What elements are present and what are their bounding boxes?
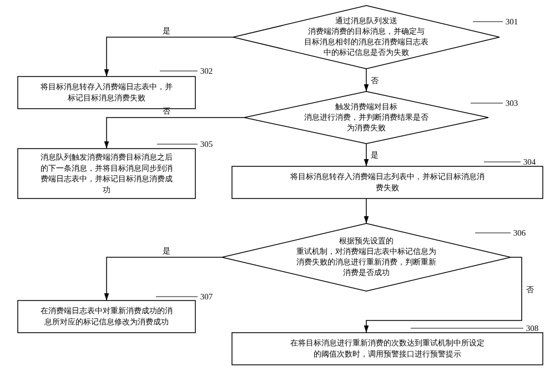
process-308-text: 在将目标消息进行重新消费的次数达到重试机制中所设定的阈值次数时，调用预警接口进行… bbox=[235, 335, 539, 362]
ref-306: 306 bbox=[513, 228, 526, 238]
decision-301-text: 通过消息队列发送消费端消费的目标消息，并确定与目标消息相邻的消息在消费端日志表中… bbox=[283, 16, 450, 58]
ref-307: 307 bbox=[200, 292, 213, 302]
ref-308: 308 bbox=[526, 324, 539, 333]
process-302-text: 将目标消息转存入消费端日志表中，并标记目标消息消费失败 bbox=[21, 79, 192, 105]
label-yes-301: 是 bbox=[163, 26, 170, 36]
ref-304: 304 bbox=[523, 157, 536, 167]
label-no-303: 否 bbox=[163, 106, 170, 116]
process-304-text: 将目标消息转存入消费端日志列表中，并标记目标消息消费失败 bbox=[235, 169, 539, 195]
ref-303: 303 bbox=[506, 99, 518, 108]
ref-302: 302 bbox=[200, 67, 213, 76]
process-305-text: 消息队列触发消费端消费目标消息之后的下一条消息，并将目标消息同步到消费端日志表中… bbox=[21, 150, 192, 197]
label-no-306: 否 bbox=[526, 285, 534, 295]
label-no-301: 否 bbox=[371, 76, 379, 86]
decision-306-text: 根据预先设置的重试机制，对消费端日志表中标记信息为消费失败的消息进行重新消费，判… bbox=[272, 236, 461, 278]
ref-305: 305 bbox=[200, 140, 213, 149]
label-yes-306: 是 bbox=[163, 246, 170, 256]
process-307-text: 在消费端日志表中对重新消费成功的消息所对应的标记信息修改为消费成功 bbox=[21, 303, 192, 329]
label-yes-303: 是 bbox=[371, 150, 379, 160]
ref-301: 301 bbox=[506, 17, 518, 27]
decision-303-text: 触发消费端对目标消息进行消费，并判断消费结果是否为消费失败 bbox=[283, 102, 450, 134]
